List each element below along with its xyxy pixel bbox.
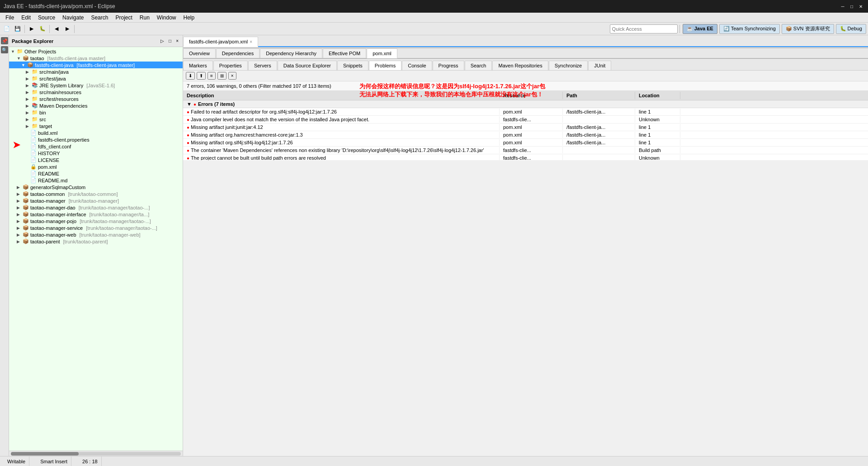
tab-junit[interactable]: JUnit (588, 61, 611, 70)
error-res-1: pom.xml (500, 109, 563, 115)
problems-table: Description Resource Path Location ▼ ● E… (183, 91, 868, 160)
error-row-1[interactable]: ● Failed to read artifact descriptor for… (183, 108, 868, 116)
tab-effective-pom[interactable]: Effective POM (323, 48, 366, 58)
menu-file[interactable]: File (2, 14, 18, 22)
tree-taotao[interactable]: ▼ 📦 taotao [fastdfs-client-java master] (9, 55, 183, 62)
tree-src[interactable]: ▶ 📁 src (9, 116, 183, 123)
tree-taotao-parent[interactable]: ▶ 📦 taotao-parent [trunk/taotao-parent] (9, 238, 183, 245)
tree-taotao-manager-dao[interactable]: ▶ 📦 taotao-manager-dao [trunk/taotao-man… (9, 204, 183, 211)
tab-properties[interactable]: Properties (213, 61, 248, 70)
tree-fastdfs-props[interactable]: 📄 fastdfs-client.properties (9, 136, 183, 143)
tree-readme[interactable]: 📄 README (9, 170, 183, 177)
tree-build-xml[interactable]: 📄 build.xml (9, 129, 183, 136)
editor-tab-close[interactable]: × (250, 39, 252, 44)
tree-other-projects[interactable]: ▼ 📁 Other Projects (9, 48, 183, 55)
tree-src-test-res[interactable]: ▶ 📁 src/test/resources (9, 95, 183, 102)
menu-window[interactable]: Window (153, 14, 180, 22)
error-desc-2: ● Java compiler level does not match the… (183, 116, 500, 123)
tree-history[interactable]: 📄 HISTORY (9, 150, 183, 157)
tree-taotao-manager-service[interactable]: ▶ 📦 taotao-manager-service [trunk/taotao… (9, 224, 183, 231)
tree-target[interactable]: ▶ 📁 target (9, 123, 183, 129)
menu-source[interactable]: Source (34, 14, 59, 22)
file-icon: 📄 (30, 150, 37, 156)
tab-progress[interactable]: Progress (433, 61, 464, 70)
close-button[interactable]: ✕ (857, 3, 864, 10)
errors-section-header[interactable]: ▼ ● Errors (7 items) (183, 100, 868, 108)
tree-fdfs-conf[interactable]: 📄 fdfs_client.conf (9, 143, 183, 150)
error-row-3[interactable]: ● Missing artifact junit:junit:jar:4.12 … (183, 124, 868, 131)
tree-taotao-manager[interactable]: ▶ 📦 taotao-manager [trunk/taotao-manager… (9, 197, 183, 204)
problems-collapse[interactable]: ≡ (208, 72, 216, 80)
debug-button[interactable]: 🐛 (38, 24, 47, 34)
left-icon-2[interactable]: 🔍 (1, 46, 8, 53)
tab-dependency-hierarchy[interactable]: Dependency Hierarchy (260, 48, 322, 58)
tab-maven-repos[interactable]: Maven Repositories (492, 61, 548, 70)
perspective-java-ee[interactable]: ☕ Java EE (683, 24, 717, 34)
perspective-team-sync[interactable]: 🔄 Team Synchronizing (719, 24, 780, 34)
pe-close-btn[interactable]: × (175, 38, 180, 44)
new-button[interactable]: 📄 (2, 24, 12, 34)
problems-expand[interactable]: ⊞ (217, 72, 226, 80)
tab-problems[interactable]: Problems (369, 61, 401, 71)
tree-src-test-java[interactable]: ▶ 📁 src/test/java (9, 75, 183, 82)
status-position-text: 26 : 18 (82, 459, 98, 464)
toolbar-back[interactable]: ◀ (52, 24, 61, 34)
minimize-button[interactable]: ─ (839, 3, 846, 10)
error-loc-5: line 1 (635, 139, 680, 146)
problems-close[interactable]: × (228, 72, 236, 80)
left-icon-1[interactable]: 📌 (1, 37, 8, 44)
error-row-5[interactable]: ● Missing artifact org.slf4j:slf4j-log4j… (183, 139, 868, 147)
tab-pom-xml[interactable]: pom.xml (367, 48, 397, 58)
tab-console[interactable]: Console (402, 61, 432, 70)
tab-search[interactable]: Search (465, 61, 492, 70)
tab-overview[interactable]: Overview (183, 48, 216, 58)
tab-synchronize[interactable]: Synchronize (549, 61, 588, 70)
problems-tool-1[interactable]: ⬇ (186, 72, 195, 80)
save-button[interactable]: 💾 (13, 24, 23, 34)
tab-snippets[interactable]: Snippets (337, 61, 368, 70)
error-row-2[interactable]: ● Java compiler level does not match the… (183, 116, 868, 124)
pe-maximize-btn[interactable]: □ (167, 38, 173, 44)
tree-taotao-manager-pojo[interactable]: ▶ 📦 taotao-manager-pojo [trunk/taotao-ma… (9, 218, 183, 224)
run-button[interactable]: ▶ (27, 24, 37, 34)
tree-taotao-manager-web[interactable]: ▶ 📦 taotao-manager-web [trunk/taotao-man… (9, 231, 183, 238)
menu-run[interactable]: Run (136, 14, 153, 22)
error-row-6[interactable]: ● The container 'Maven Dependencies' ref… (183, 147, 868, 154)
tree-fastdfs[interactable]: ▼ 📦 fastdfs-client-java [fastdfs-client-… (9, 62, 183, 68)
perspective-debug[interactable]: 🐛 Debug (836, 24, 866, 34)
tree-taotao-common[interactable]: ▶ 📦 taotao-common [trunk/taotao-common] (9, 190, 183, 197)
problems-tool-2[interactable]: ⬆ (197, 72, 206, 80)
tree-bin[interactable]: ▶ 📁 bin (9, 109, 183, 116)
tree-src-main-res[interactable]: ▶ 📁 src/main/resources (9, 89, 183, 95)
editor-tab-pom[interactable]: fastdfs-client-java/pom.xml × (183, 37, 258, 47)
tree-license[interactable]: 📄 LICENSE (9, 157, 183, 163)
src-folder-icon: 📁 (32, 69, 38, 75)
quick-access-input[interactable] (610, 24, 678, 33)
tree-maven-deps[interactable]: ▶ 📚 Maven Dependencies (9, 102, 183, 109)
menu-navigate[interactable]: Navigate (59, 14, 87, 22)
perspective-svn[interactable]: 📦 SVN 资源库研究 (782, 24, 834, 34)
error-row-4[interactable]: ● Missing artifact org.hamcrest:hamcrest… (183, 131, 868, 139)
pe-horizontal-scrollbar[interactable] (9, 451, 183, 456)
error-row-7[interactable]: ● The project cannot be built until buil… (183, 154, 868, 160)
library-icon: 📚 (32, 82, 38, 88)
menu-project[interactable]: Project (112, 14, 136, 22)
menu-edit[interactable]: Edit (18, 14, 34, 22)
tab-data-source[interactable]: Data Source Explorer (278, 61, 337, 70)
menu-search[interactable]: Search (87, 14, 112, 22)
menu-help[interactable]: Help (180, 14, 198, 22)
tree-readme-md[interactable]: 📄 README.md (9, 177, 183, 184)
maximize-button[interactable]: □ (848, 3, 855, 10)
pe-minimize-btn[interactable]: ▷ (159, 38, 165, 44)
scrollbar-thumb[interactable] (11, 452, 79, 456)
tab-dependencies[interactable]: Dependencies (216, 48, 259, 58)
tree-src-main-java[interactable]: ▶ 📁 src/main/java (9, 68, 183, 75)
tab-markers[interactable]: Markers (183, 61, 213, 70)
pom-tabs: Overview Dependencies Dependency Hierarc… (183, 48, 868, 58)
tree-generator[interactable]: ▶ 📦 generatorSqlmapCustom (9, 184, 183, 190)
tree-pom-xml[interactable]: 🔒 pom.xml (9, 163, 183, 170)
tree-taotao-manager-interface[interactable]: ▶ 📦 taotao-manager-interface [trunk/taot… (9, 211, 183, 218)
toolbar-forward[interactable]: ▶ (62, 24, 72, 34)
tab-servers[interactable]: Servers (248, 61, 277, 70)
tree-jre[interactable]: ▶ 📚 JRE System Library [JavaSE-1.6] (9, 82, 183, 89)
